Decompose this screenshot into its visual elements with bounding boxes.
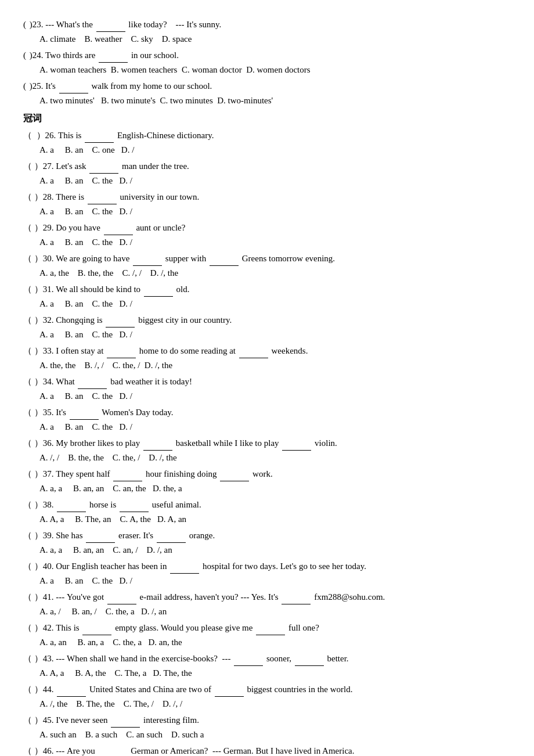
question-35: （ ）35. It's Women's Day today. A. a B. a… [23, 405, 511, 434]
q41-text: （ ）41. --- You've got e-mail address, ha… [23, 590, 385, 604]
q29-text: （ ）29. Do you have aunt or uncle? [23, 221, 185, 235]
q25-paren: ( [23, 79, 26, 93]
q45-text: （ ）45. I've never seen interesting film. [23, 713, 199, 728]
question-34: （ ）34. What bad weather it is today! A. … [23, 375, 511, 403]
question-40: （ ）40. Our English teacher has been in h… [23, 559, 511, 588]
question-24: ( )24. Two thirds are in our school. A. … [23, 48, 511, 77]
question-32: （ ）32. Chongqing is biggest city in our … [23, 313, 511, 341]
q39-options: A. a, a B. an, an C. an, / D. /, an [39, 543, 511, 557]
question-33: （ ）33. I often stay at home to do some r… [23, 344, 511, 372]
q37-text: （ ）37. They spent half hour finishing do… [23, 467, 273, 481]
question-46: （ ）46. --- Are you German or American? -… [23, 744, 511, 756]
section-header: 冠词 [23, 111, 511, 126]
question-38: （ ）38. horse is useful animal. A. A, a B… [23, 498, 511, 526]
question-27: （ ）27. Let's ask man under the tree. A. … [23, 159, 511, 188]
q30-text: （ ）30. We are going to have supper with … [23, 251, 335, 266]
q33-text: （ ）33. I often stay at home to do some r… [23, 344, 308, 358]
q32-text: （ ）32. Chongqing is biggest city in our … [23, 313, 232, 327]
q28-text: （ ）28. There is university in our town. [23, 190, 199, 204]
q34-options: A. a B. an C. the D. / [39, 389, 511, 403]
q42-text: （ ）42. This is empty glass. Would you pl… [23, 621, 319, 635]
question-29: （ ）29. Do you have aunt or uncle? A. a B… [23, 221, 511, 249]
q43-options: A. A, a B. A, the C. The, a D. The, the [39, 666, 511, 680]
question-28: （ ）28. There is university in our town. … [23, 190, 511, 218]
q27-options: A. a B. an C. the D. / [39, 174, 511, 188]
q29-options: A. a B. an C. the D. / [39, 235, 511, 249]
q32-options: A. a B. an C. the D. / [39, 327, 511, 341]
q24-text: )24. Two thirds are in our school. [27, 48, 179, 63]
q41-options: A. a, / B. an, / C. the, a D. /, an [39, 604, 511, 618]
q24-options: A. woman teachers B. women teachers C. w… [39, 63, 511, 77]
q40-text: （ ）40. Our English teacher has been in h… [23, 559, 366, 574]
q23-text: )23. --- What's the like today? --- It's… [27, 17, 221, 32]
q24-paren: ( [23, 48, 26, 62]
q23-paren: ( [23, 17, 26, 31]
q26-options: A. a B. an C. one D. / [39, 143, 511, 157]
q44-text: （ ）44. United States and China are two o… [23, 682, 353, 697]
q26-text: （ ）26. This is English-Chinese dictionar… [23, 128, 214, 143]
question-41: （ ）41. --- You've got e-mail address, ha… [23, 590, 511, 618]
q35-options: A. a B. an C. the D. / [39, 420, 511, 434]
q38-text: （ ）38. horse is useful animal. [23, 498, 201, 512]
question-23: ( )23. --- What's the like today? --- It… [23, 17, 511, 46]
question-42: （ ）42. This is empty glass. Would you pl… [23, 621, 511, 649]
question-37: （ ）37. They spent half hour finishing do… [23, 467, 511, 495]
q46-text: （ ）46. --- Are you German or American? -… [23, 744, 355, 756]
question-39: （ ）39. She has eraser. It's orange. A. a… [23, 528, 511, 557]
q25-options: A. two minutes' B. two minute's C. two m… [39, 93, 511, 107]
question-31: （ ）31. We all should be kind to old. A. … [23, 282, 511, 311]
q45-options: A. such an B. a such C. an such D. such … [39, 728, 511, 741]
exam-page: ( )23. --- What's the like today? --- It… [23, 17, 511, 756]
q43-text: （ ）43. --- When shall we hand in the exe… [23, 651, 349, 666]
q31-text: （ ）31. We all should be kind to old. [23, 282, 190, 297]
question-36: （ ）36. My brother likes to play basketba… [23, 436, 511, 465]
q33-options: A. the, the B. /, / C. the, / D. /, the [39, 358, 511, 372]
q40-options: A. a B. an C. the D. / [39, 574, 511, 588]
q34-text: （ ）34. What bad weather it is today! [23, 375, 192, 389]
q37-options: A. a, a B. an, an C. an, the D. the, a [39, 481, 511, 495]
q38-options: A. A, a B. The, an C. A, the D. A, an [39, 512, 511, 526]
q25-text: )25. It's walk from my home to our schoo… [27, 79, 212, 93]
q27-text: （ ）27. Let's ask man under the tree. [23, 159, 189, 174]
question-30: （ ）30. We are going to have supper with … [23, 251, 511, 280]
question-43: （ ）43. --- When shall we hand in the exe… [23, 651, 511, 680]
q31-options: A. a B. an C. the D. / [39, 297, 511, 311]
q36-options: A. /, / B. the, the C. the, / D. /, the [39, 451, 511, 465]
question-44: （ ）44. United States and China are two o… [23, 682, 511, 711]
question-26: （ ）26. This is English-Chinese dictionar… [23, 128, 511, 157]
q36-text: （ ）36. My brother likes to play basketba… [23, 436, 337, 451]
q42-options: A. a, an B. an, a C. the, a D. an, the [39, 635, 511, 649]
q28-options: A. a B. an C. the D. / [39, 204, 511, 218]
question-25: ( )25. It's walk from my home to our sch… [23, 79, 511, 107]
q39-text: （ ）39. She has eraser. It's orange. [23, 528, 215, 543]
q35-text: （ ）35. It's Women's Day today. [23, 405, 174, 420]
q44-options: A. /, the B. The, the C. The, / D. /, / [39, 697, 511, 711]
q30-options: A. a, the B. the, the C. /, / D. /, the [39, 266, 511, 280]
q23-options: A. climate B. weather C. sky D. space [39, 32, 511, 46]
question-45: （ ）45. I've never seen interesting film.… [23, 713, 511, 741]
